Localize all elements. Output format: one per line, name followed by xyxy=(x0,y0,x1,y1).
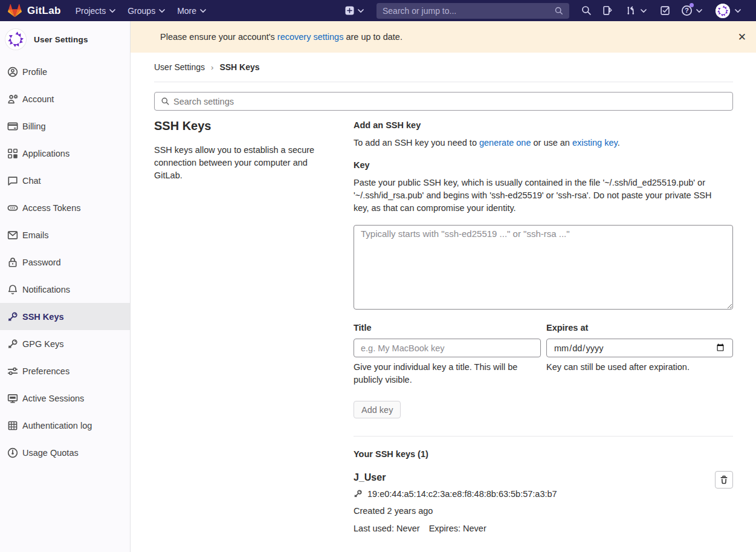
svg-text:?: ? xyxy=(685,7,689,14)
